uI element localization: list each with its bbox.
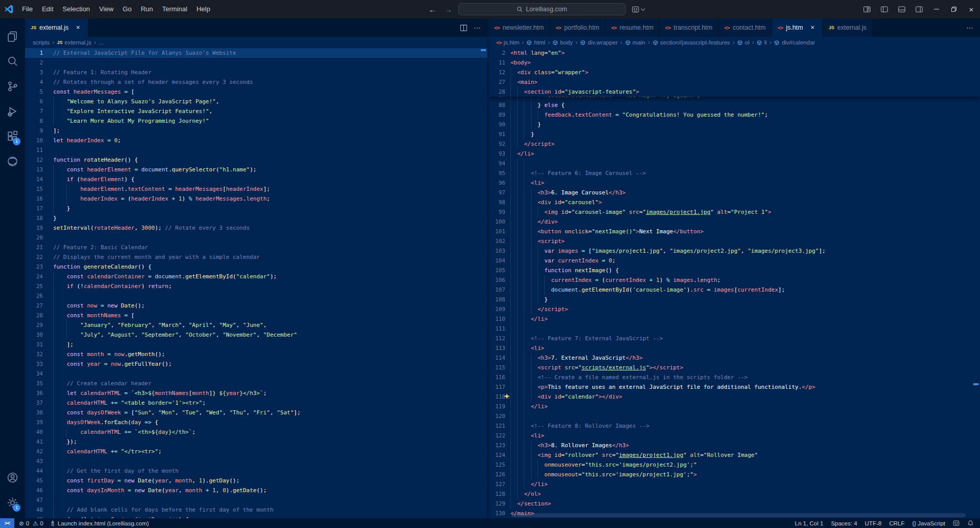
customize-layout-icon[interactable] bbox=[858, 0, 876, 18]
line-text: const daysOfWeek = ["Sun", "Mon", "Tue",… bbox=[43, 408, 301, 417]
indent-guide bbox=[53, 417, 54, 427]
tab-close-icon[interactable]: × bbox=[808, 24, 817, 32]
problems-indicator[interactable]: ⊘ 0 ⚠ 0 bbox=[19, 520, 43, 527]
status-ln-1-col-1[interactable]: Ln 1, Col 1 bbox=[795, 520, 823, 526]
more-actions-icon[interactable]: ⋯ bbox=[474, 24, 481, 32]
breadcrumb-item-ol[interactable]: ol bbox=[737, 39, 749, 46]
line-number: 98 bbox=[488, 197, 505, 207]
activity-run-and-debug-icon[interactable] bbox=[0, 99, 25, 124]
tab-resume.htm[interactable]: <>resume.htm bbox=[606, 18, 660, 37]
code-line: 123 <h3>8. Rollover Images</h3> bbox=[488, 441, 980, 450]
back-arrow-icon[interactable]: ← bbox=[429, 5, 436, 14]
indent-guide bbox=[531, 188, 531, 197]
toggle-secondary-sidebar-icon[interactable] bbox=[910, 0, 928, 18]
breadcrumb-separator: › bbox=[547, 39, 550, 46]
menu-item-help[interactable]: Help bbox=[192, 0, 215, 18]
tab-close-icon[interactable]: × bbox=[74, 24, 82, 32]
menu-item-file[interactable]: File bbox=[17, 0, 37, 18]
indent-guide bbox=[510, 372, 511, 382]
activity-explorer-icon[interactable] bbox=[0, 24, 25, 49]
breadcrumb-item-div-calendar[interactable]: div#calendar bbox=[774, 39, 815, 46]
breadcrumb-item-external-js[interactable]: JSexternal.js bbox=[57, 39, 91, 46]
window-close-button[interactable]: × bbox=[963, 0, 980, 18]
indent-guide bbox=[53, 476, 54, 486]
activity-edge-devtools-icon[interactable] bbox=[0, 149, 25, 174]
indent-guide bbox=[510, 207, 511, 217]
html-file-icon: <> bbox=[611, 25, 617, 31]
horizontal-scrollbar[interactable] bbox=[511, 513, 966, 517]
indent-guide bbox=[517, 256, 518, 266]
indent-guide bbox=[66, 184, 67, 194]
indent-guide bbox=[53, 398, 54, 408]
menu-item-view[interactable]: View bbox=[95, 0, 118, 18]
code-line: 122 <li> bbox=[488, 431, 980, 441]
breadcrumb-item-div-wrapper[interactable]: div.wrapper bbox=[580, 39, 618, 46]
activity-settings-icon[interactable]: 1 bbox=[0, 490, 25, 515]
code-line: 49 for (let i = 0; i < firstDay; i++) { bbox=[25, 515, 487, 518]
breadcrumb-item-body[interactable]: body bbox=[552, 39, 573, 46]
line-text: if (!calendarContainer) return; bbox=[43, 281, 172, 291]
split-editor-icon[interactable] bbox=[460, 24, 467, 32]
status-crlf[interactable]: CRLF bbox=[889, 520, 904, 526]
indent-guide bbox=[538, 207, 538, 217]
indent-guide bbox=[510, 392, 511, 402]
breadcrumb-separator: › bbox=[521, 39, 524, 46]
breadcrumb-item-section-javascript-features[interactable]: section#javascript-features bbox=[653, 39, 730, 46]
menu-item-edit[interactable]: Edit bbox=[37, 0, 58, 18]
activity-source-control-icon[interactable] bbox=[0, 74, 25, 99]
indent-guide bbox=[66, 330, 67, 340]
menu-item-selection[interactable]: Selection bbox=[58, 0, 94, 18]
symbol-icon bbox=[653, 40, 658, 46]
indent-guide bbox=[510, 441, 511, 450]
toggle-panel-icon[interactable] bbox=[893, 0, 910, 18]
tab-newsletter.htm[interactable]: <>newsletter.htm bbox=[488, 18, 550, 37]
activity-extensions-icon[interactable]: 1 bbox=[0, 124, 25, 149]
more-actions-icon[interactable]: ⋯ bbox=[966, 24, 974, 32]
activity-search-icon[interactable] bbox=[0, 49, 25, 74]
menu-item-go[interactable]: Go bbox=[118, 0, 136, 18]
breadcrumb-item--[interactable]: ... bbox=[99, 39, 104, 46]
tab-contact.htm[interactable]: <>contact.htm bbox=[719, 18, 772, 37]
menu-item-terminal[interactable]: Terminal bbox=[158, 0, 192, 18]
lightbulb-icon[interactable] bbox=[504, 393, 510, 400]
remote-indicator[interactable]: >< bbox=[0, 518, 14, 528]
code-editor-right[interactable]: 2<html lang="en">11<body>12 <div class="… bbox=[488, 48, 980, 518]
command-center-search[interactable]: Lorelliasg.com bbox=[458, 3, 626, 15]
status--javascript[interactable]: {} JavaScript bbox=[912, 520, 945, 526]
breadcrumb-item-li[interactable]: li bbox=[756, 39, 767, 46]
breadcrumb-label: ... bbox=[99, 39, 104, 46]
breadcrumb-item-js-htm[interactable]: <>js.htm bbox=[496, 39, 519, 46]
symbol-icon bbox=[552, 40, 558, 46]
profile-icon[interactable] bbox=[632, 6, 644, 13]
line-number: 14 bbox=[25, 174, 43, 184]
launch-task-button[interactable]: Launch index.html (Lorelliasg.com) bbox=[50, 520, 149, 526]
indent-guide bbox=[517, 139, 518, 149]
feedback-icon[interactable] bbox=[953, 520, 960, 526]
code-editor-left[interactable]: 1// External JavaScript File for Alanys … bbox=[25, 48, 487, 518]
window-restore-button[interactable] bbox=[945, 0, 963, 18]
tab-transcript.htm[interactable]: <>transcript.htm bbox=[659, 18, 718, 37]
line-text: <li> bbox=[505, 343, 544, 353]
line-text: <button onclick="nextImage()">Next Image… bbox=[505, 227, 704, 236]
tab-portfolio.htm[interactable]: <>portfolio.htm bbox=[550, 18, 605, 37]
menu-item-run[interactable]: Run bbox=[136, 0, 158, 18]
tab-js.htm[interactable]: <>js.htm× bbox=[772, 18, 823, 37]
notifications-bell-icon[interactable] bbox=[967, 520, 974, 526]
forward-arrow-icon[interactable]: → bbox=[444, 5, 452, 14]
breadcrumb-item-scripts[interactable]: scripts bbox=[33, 39, 50, 46]
status-spaces-4[interactable]: Spaces: 4 bbox=[831, 520, 857, 526]
activity-account-icon[interactable] bbox=[0, 465, 25, 490]
tab-external.js[interactable]: JSexternal.js bbox=[823, 18, 873, 37]
line-text bbox=[43, 369, 53, 379]
window-minimize-button[interactable] bbox=[928, 0, 945, 18]
indent-guide bbox=[53, 340, 54, 349]
breadcrumb-item-main[interactable]: main bbox=[625, 39, 645, 46]
html-file-icon: <> bbox=[665, 25, 671, 31]
status-utf-8[interactable]: UTF-8 bbox=[865, 520, 882, 526]
indent-guide bbox=[538, 285, 538, 295]
line-number: 121 bbox=[488, 421, 505, 431]
toggle-primary-sidebar-icon[interactable] bbox=[876, 0, 893, 18]
line-text: const calendarContainer = document.getEl… bbox=[43, 272, 277, 281]
breadcrumb-item-html[interactable]: html bbox=[526, 39, 545, 46]
tab-external.js[interactable]: JSexternal.js× bbox=[25, 18, 88, 37]
